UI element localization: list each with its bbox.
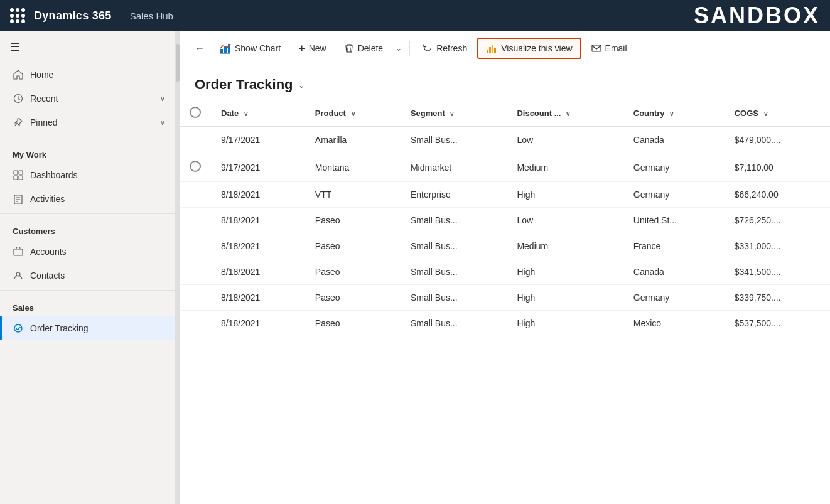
header-select-all[interactable]	[190, 107, 201, 118]
email-button[interactable]: Email	[584, 40, 635, 57]
toolbar: ← Show Chart + New Delete ⌄	[180, 31, 830, 65]
delete-button[interactable]: Delete	[337, 40, 391, 57]
sidebar-item-home[interactable]: Home	[0, 63, 175, 87]
table-area: Order Tracking ⌄ Date ∨ Product	[180, 65, 830, 504]
sidebar-divider-1	[0, 137, 175, 137]
cell-discount: Medium	[507, 233, 623, 259]
cell-date: 8/18/2021	[211, 182, 305, 208]
app-title: Dynamics 365	[34, 9, 112, 23]
table-row[interactable]: 8/18/2021PaseoSmall Bus...HighGermany$33…	[180, 285, 830, 311]
order-tracking-icon	[13, 323, 24, 334]
view-title-chevron-icon[interactable]: ⌄	[298, 80, 305, 90]
cell-discount: Low	[507, 127, 623, 153]
row-checkbox-cell[interactable]	[180, 127, 211, 153]
header-checkbox-cell[interactable]	[180, 100, 211, 127]
row-checkbox-cell[interactable]	[180, 311, 211, 336]
cell-cogs: $537,500....	[725, 311, 830, 336]
delete-label: Delete	[358, 43, 383, 53]
cell-country: Germany	[623, 182, 725, 208]
sidebar-scrollbar-thumb[interactable]	[176, 44, 180, 82]
table-row[interactable]: 8/18/2021VTTEnterpriseHighGermany$66,240…	[180, 182, 830, 208]
more-actions-button[interactable]: ⌄	[393, 40, 404, 56]
table-row[interactable]: 8/18/2021PaseoSmall Bus...MediumFrance$3…	[180, 233, 830, 259]
sidebar-item-order-tracking[interactable]: Order Tracking	[0, 316, 175, 340]
row-checkbox[interactable]	[190, 161, 201, 172]
table-row[interactable]: 8/18/2021PaseoSmall Bus...HighMexico$537…	[180, 311, 830, 336]
svg-rect-17	[487, 50, 488, 53]
visualize-button[interactable]: Visualize this view	[477, 38, 581, 59]
sidebar-item-contacts[interactable]: Contacts	[0, 264, 175, 287]
row-checkbox-cell[interactable]	[180, 259, 211, 285]
sidebar-item-home-label: Home	[30, 70, 53, 80]
sidebar-item-recent[interactable]: Recent ∨	[0, 87, 175, 110]
col-product-label: Product	[315, 109, 346, 118]
sidebar-scrollbar[interactable]	[176, 31, 180, 504]
waffle-menu[interactable]	[10, 8, 25, 23]
table-row[interactable]: 9/17/2021AmarillaSmall Bus...LowCanada$4…	[180, 127, 830, 153]
refresh-button[interactable]: Refresh	[415, 40, 475, 57]
cell-country: Germany	[623, 153, 725, 182]
cell-discount: High	[507, 182, 623, 208]
col-header-product[interactable]: Product ∨	[305, 100, 401, 127]
sidebar-item-accounts[interactable]: Accounts	[0, 240, 175, 264]
svg-point-12	[14, 324, 22, 332]
svg-rect-20	[494, 48, 496, 53]
col-header-country[interactable]: Country ∨	[623, 100, 725, 127]
activities-icon	[13, 193, 24, 205]
app-subtitle: Sales Hub	[130, 11, 173, 21]
accounts-icon	[13, 246, 24, 257]
sidebar-item-contacts-label: Contacts	[30, 271, 65, 281]
sidebar-item-activities[interactable]: Activities	[0, 187, 175, 211]
content-area: ← Show Chart + New Delete ⌄	[180, 31, 830, 504]
col-date-label: Date	[221, 109, 239, 118]
sidebar-item-pinned[interactable]: Pinned ∨	[0, 110, 175, 134]
row-checkbox-cell[interactable]	[180, 285, 211, 311]
contacts-icon	[13, 270, 24, 281]
table-row[interactable]: 9/17/2021MontanaMidmarketMediumGermany$7…	[180, 153, 830, 182]
cell-product: Paseo	[305, 208, 401, 233]
svg-line-1	[15, 124, 17, 126]
svg-rect-3	[19, 171, 23, 174]
new-button[interactable]: + New	[291, 39, 334, 58]
cell-product: Paseo	[305, 285, 401, 311]
show-chart-button[interactable]: Show Chart	[212, 39, 288, 58]
svg-rect-13	[220, 49, 223, 53]
col-header-cogs[interactable]: COGS ∨	[725, 100, 830, 127]
cell-product: Paseo	[305, 259, 401, 285]
cell-country: United St...	[623, 208, 725, 233]
cell-segment: Small Bus...	[401, 259, 507, 285]
cell-country: Canada	[623, 127, 725, 153]
row-checkbox-cell[interactable]	[180, 233, 211, 259]
row-checkbox-cell[interactable]	[180, 182, 211, 208]
table-row[interactable]: 8/18/2021PaseoSmall Bus...HighCanada$341…	[180, 259, 830, 285]
sidebar-item-pinned-label: Pinned	[30, 117, 58, 127]
cell-product: Paseo	[305, 311, 401, 336]
cell-product: Amarilla	[305, 127, 401, 153]
svg-rect-5	[19, 176, 23, 180]
col-discount-sort-icon: ∨	[566, 110, 570, 117]
table-row[interactable]: 8/18/2021PaseoSmall Bus...LowUnited St..…	[180, 208, 830, 233]
col-header-discount[interactable]: Discount ... ∨	[507, 100, 623, 127]
sidebar-hamburger[interactable]: ☰	[0, 31, 175, 63]
sidebar-item-activities-label: Activities	[30, 194, 65, 204]
toolbar-separator-1	[409, 41, 410, 56]
svg-rect-18	[489, 47, 491, 53]
col-header-segment[interactable]: Segment ∨	[401, 100, 507, 127]
row-checkbox-cell[interactable]	[180, 208, 211, 233]
cell-date: 8/18/2021	[211, 311, 305, 336]
sidebar-item-dashboards[interactable]: Dashboards	[0, 163, 175, 187]
topbar: Dynamics 365 Sales Hub SANDBOX	[0, 0, 830, 31]
svg-rect-4	[14, 176, 18, 180]
cell-country: France	[623, 233, 725, 259]
view-title: Order Tracking	[195, 77, 293, 93]
pinned-chevron-icon: ∨	[160, 119, 165, 127]
visualize-icon	[486, 43, 497, 54]
show-chart-icon	[220, 43, 231, 54]
col-country-label: Country	[633, 109, 665, 118]
pinned-icon	[13, 117, 24, 128]
row-checkbox-cell[interactable]	[180, 153, 211, 182]
col-header-date[interactable]: Date ∨	[211, 100, 305, 127]
section-sales-label: Sales	[0, 293, 175, 316]
back-button[interactable]: ←	[190, 39, 210, 58]
main-layout: ☰ Home Recent ∨ Pinned ∨ My Work	[0, 31, 830, 504]
